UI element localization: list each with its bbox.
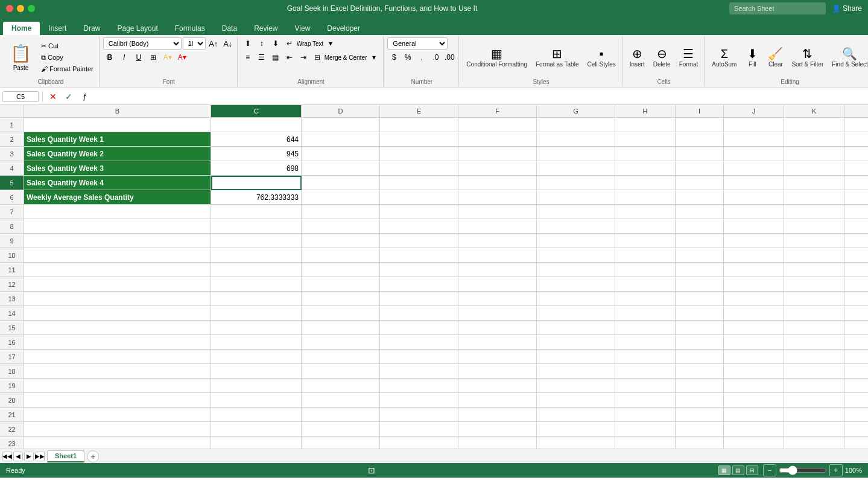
window-controls[interactable] xyxy=(6,5,35,12)
row-header-4[interactable]: 4 xyxy=(0,161,24,176)
cell-i15[interactable] xyxy=(676,321,724,335)
cell-b19[interactable] xyxy=(24,379,211,393)
cell-e6[interactable] xyxy=(380,190,458,205)
row-header-20[interactable]: 20 xyxy=(0,393,24,408)
cell-k7[interactable] xyxy=(784,205,844,219)
cell-g12[interactable] xyxy=(537,277,615,292)
cell-l8[interactable] xyxy=(844,219,868,234)
cell-d7[interactable] xyxy=(302,205,380,219)
cell-d10[interactable] xyxy=(302,248,380,263)
copy-button[interactable]: ⧉ Copy xyxy=(38,52,97,63)
cell-j8[interactable] xyxy=(724,219,784,234)
cell-e16[interactable] xyxy=(380,335,458,350)
row-header-12[interactable]: 12 xyxy=(0,277,24,292)
italic-button[interactable]: I xyxy=(118,51,131,63)
normal-view-button[interactable]: ▦ xyxy=(718,466,730,475)
cell-i14[interactable] xyxy=(676,306,724,321)
cell-c10[interactable] xyxy=(211,248,302,263)
col-header-i[interactable]: I xyxy=(676,105,724,117)
cell-d3[interactable] xyxy=(302,147,380,161)
next-sheet-button[interactable]: ▶ xyxy=(24,452,34,461)
cell-k11[interactable] xyxy=(784,263,844,277)
cell-j9[interactable] xyxy=(724,234,784,248)
cell-i1[interactable] xyxy=(676,118,724,132)
cell-c18[interactable] xyxy=(211,364,302,379)
cell-c4[interactable]: 698 xyxy=(211,161,302,176)
cell-l5[interactable] xyxy=(844,176,868,190)
cell-c11[interactable] xyxy=(211,263,302,277)
cell-i18[interactable] xyxy=(676,364,724,379)
format-as-table-button[interactable]: ⊞ Format as Table xyxy=(532,39,583,75)
cell-k10[interactable] xyxy=(784,248,844,263)
cell-c16[interactable] xyxy=(211,335,302,350)
row-header-7[interactable]: 7 xyxy=(0,205,24,219)
cell-h10[interactable] xyxy=(615,248,676,263)
cell-k23[interactable] xyxy=(784,437,844,449)
cell-f20[interactable] xyxy=(458,393,537,408)
cell-e7[interactable] xyxy=(380,205,458,219)
cell-d8[interactable] xyxy=(302,219,380,234)
cell-j14[interactable] xyxy=(724,306,784,321)
font-size-select[interactable]: 18 xyxy=(183,37,206,50)
cell-d11[interactable] xyxy=(302,263,380,277)
cell-b16[interactable] xyxy=(24,335,211,350)
cell-e3[interactable] xyxy=(380,147,458,161)
cell-j21[interactable] xyxy=(724,408,784,422)
cell-f1[interactable] xyxy=(458,118,537,132)
col-header-l[interactable]: L xyxy=(844,105,868,117)
share-button[interactable]: 👤 Share xyxy=(832,4,862,13)
cell-i19[interactable] xyxy=(676,379,724,393)
cell-g1[interactable] xyxy=(537,118,615,132)
cancel-formula-button[interactable]: ✕ xyxy=(46,91,60,103)
cell-b22[interactable] xyxy=(24,422,211,437)
cell-l10[interactable] xyxy=(844,248,868,263)
cell-i4[interactable] xyxy=(676,161,724,176)
page-layout-view-button[interactable]: ▤ xyxy=(732,466,744,475)
col-header-d[interactable]: D xyxy=(302,105,380,117)
cell-k17[interactable] xyxy=(784,350,844,364)
cell-g7[interactable] xyxy=(537,205,615,219)
cell-g23[interactable] xyxy=(537,437,615,449)
cell-c3[interactable]: 945 xyxy=(211,147,302,161)
find-select-button[interactable]: 🔍 Find & Select xyxy=(828,39,868,75)
row-header-8[interactable]: 8 xyxy=(0,219,24,234)
cell-g5[interactable] xyxy=(537,176,615,190)
col-header-b[interactable]: B xyxy=(24,105,211,117)
cell-f22[interactable] xyxy=(458,422,537,437)
cell-i7[interactable] xyxy=(676,205,724,219)
cell-e1[interactable] xyxy=(380,118,458,132)
cell-f10[interactable] xyxy=(458,248,537,263)
cell-h15[interactable] xyxy=(615,321,676,335)
cell-f11[interactable] xyxy=(458,263,537,277)
cell-l20[interactable] xyxy=(844,393,868,408)
cell-j17[interactable] xyxy=(724,350,784,364)
row-header-15[interactable]: 15 xyxy=(0,321,24,335)
cell-l18[interactable] xyxy=(844,364,868,379)
cell-f14[interactable] xyxy=(458,306,537,321)
cell-k3[interactable] xyxy=(784,147,844,161)
underline-button[interactable]: U xyxy=(132,51,145,63)
cell-f23[interactable] xyxy=(458,437,537,449)
cell-j5[interactable] xyxy=(724,176,784,190)
cell-g20[interactable] xyxy=(537,393,615,408)
cell-reference-input[interactable] xyxy=(2,91,39,102)
cell-l19[interactable] xyxy=(844,379,868,393)
cell-g13[interactable] xyxy=(537,292,615,306)
cell-f15[interactable] xyxy=(458,321,537,335)
cell-l22[interactable] xyxy=(844,422,868,437)
cell-l21[interactable] xyxy=(844,408,868,422)
cell-j20[interactable] xyxy=(724,393,784,408)
cell-c13[interactable] xyxy=(211,292,302,306)
cell-e15[interactable] xyxy=(380,321,458,335)
cell-k21[interactable] xyxy=(784,408,844,422)
currency-button[interactable]: $ xyxy=(387,51,401,63)
row-header-1[interactable]: 1 xyxy=(0,118,24,132)
cell-b17[interactable] xyxy=(24,350,211,364)
cell-i12[interactable] xyxy=(676,277,724,292)
cell-h6[interactable] xyxy=(615,190,676,205)
row-header-3[interactable]: 3 xyxy=(0,147,24,161)
cell-l4[interactable] xyxy=(844,161,868,176)
fill-button[interactable]: ⬇ Fill xyxy=(741,39,763,75)
cell-c6[interactable]: 762.3333333 xyxy=(211,190,302,205)
cell-e21[interactable] xyxy=(380,408,458,422)
